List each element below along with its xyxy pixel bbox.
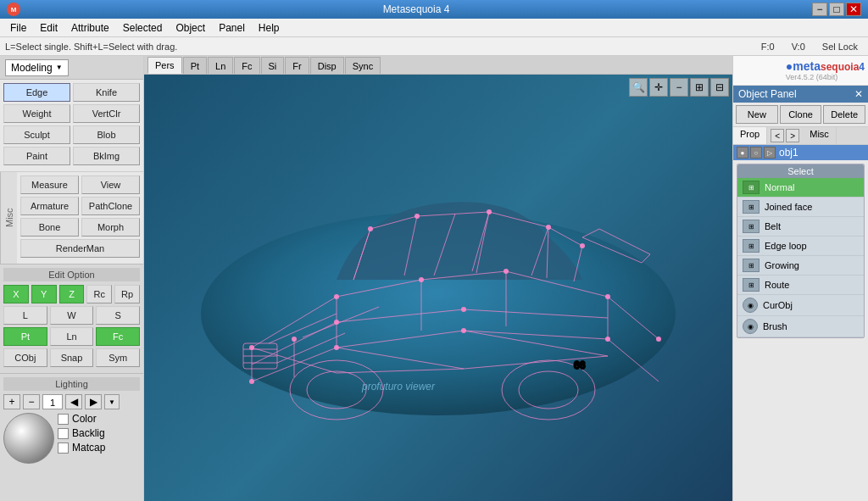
tool-x[interactable]: X [3,285,29,303]
nav-view2[interactable]: ⊟ [710,78,729,97]
obj-tab-misc[interactable]: Misc [803,127,837,144]
menu-object[interactable]: Object [169,20,212,36]
tab-fc[interactable]: Fc [234,57,259,74]
select-item-joined-face[interactable]: ⊞ Joined face [737,198,864,217]
tool-edge[interactable]: Edge [3,83,70,102]
tool-vertclr[interactable]: VertClr [73,104,140,123]
tool-weight[interactable]: Weight [3,104,70,123]
select-item-curobj[interactable]: ◉ CurObj [737,295,864,316]
tool-z[interactable]: Z [59,285,85,303]
light-backlig-checkbox[interactable] [58,428,69,439]
light-prev-btn[interactable]: ◀ [65,394,82,409]
obj-clone-button[interactable]: Clone [780,105,822,124]
nav-pan[interactable]: ✛ [649,78,668,97]
nav-view1[interactable]: ⊞ [690,78,709,97]
tool-rp[interactable]: Rp [114,285,140,303]
obj-new-button[interactable]: New [736,105,778,124]
object-panel-actions: New Clone Delete [733,103,868,127]
mode-label: Modeling [11,62,53,74]
tool-row-weight: Weight VertClr [3,104,140,123]
light-remove-btn[interactable]: − [23,394,40,409]
tool-cobj[interactable]: CObj [3,348,47,367]
menu-edit[interactable]: Edit [33,20,64,36]
tool-sculpt[interactable]: Sculpt [3,125,70,144]
tool-s[interactable]: S [96,306,140,325]
tab-disp[interactable]: Disp [310,57,344,74]
light-dropdown-btn[interactable]: ▼ [104,394,120,409]
logo: ●metasequoia4 Ver4.5.2 (64bit) [786,59,865,81]
tool-snap[interactable]: Snap [50,348,94,367]
tool-row-renderman: RenderMan [20,239,140,258]
tool-view[interactable]: View [81,175,140,194]
mode-dropdown[interactable]: Modeling ▼ [5,59,69,76]
tool-w[interactable]: W [50,306,94,325]
svg-point-57 [249,345,254,350]
light-matcap-checkbox[interactable] [58,443,69,454]
right-panel: ●metasequoia4 Ver4.5.2 (64bit) Object Pa… [732,56,868,501]
select-item-belt[interactable]: ⊞ Belt [737,217,864,237]
tool-renderman[interactable]: RenderMan [20,239,140,258]
tab-sync[interactable]: Sync [345,57,381,74]
tool-bone[interactable]: Bone [20,218,79,237]
select-item-brush[interactable]: ◉ Brush [737,316,864,337]
obj-nav-prev[interactable]: < [771,129,784,142]
tab-fr[interactable]: Fr [285,57,309,74]
light-add-btn[interactable]: + [3,394,20,409]
tool-rc[interactable]: Rc [86,285,112,303]
object-list-item[interactable]: ● ○ ▷ obj1 [733,145,868,160]
tool-armature[interactable]: Armature [20,197,79,215]
main-layout: Modeling ▼ Edge Knife Weight VertClr Scu… [0,56,868,501]
select-panel: Select ⊞ Normal ⊞ Joined face ⊞ Belt ⊞ E… [737,164,865,338]
select-curobj-label: CurObj [763,300,793,310]
viewport-canvas[interactable]: 66 profuturo viewer 🔍 ✛ − ⊞ ⊟ [144,75,732,501]
tool-bkimg[interactable]: BkImg [73,147,140,165]
tab-si[interactable]: Si [261,57,285,74]
tool-measure[interactable]: Measure [20,175,79,194]
close-button[interactable]: ✕ [846,3,861,16]
lighting-controls: + − 1 ◀ ▶ ▼ [3,394,140,409]
logo-area: ●metasequoia4 Ver4.5.2 (64bit) [733,56,868,86]
obj-delete-button[interactable]: Delete [823,105,865,124]
menu-help[interactable]: Help [252,20,287,36]
tool-pathclone[interactable]: PathClone [81,197,140,215]
tool-fc[interactable]: Fc [96,327,140,346]
tool-pt[interactable]: Pt [3,327,47,346]
tool-morph[interactable]: Morph [81,218,140,237]
tool-blob[interactable]: Blob [73,125,140,144]
tool-l[interactable]: L [3,306,47,325]
menu-attribute[interactable]: Attribute [64,20,116,36]
tool-row-paint: Paint BkImg [3,147,140,165]
nav-zoom-out[interactable]: − [670,78,688,97]
select-item-normal[interactable]: ⊞ Normal [737,178,864,198]
menu-panel[interactable]: Panel [212,20,252,36]
tool-knife[interactable]: Knife [73,83,140,102]
select-item-route[interactable]: ⊞ Route [737,276,864,295]
svg-point-61 [368,226,373,231]
tool-paint[interactable]: Paint [3,147,70,165]
select-item-edge-loop[interactable]: ⊞ Edge loop [737,237,864,256]
light-next-btn[interactable]: ▶ [85,394,102,409]
object-panel-close-button[interactable]: ✕ [854,88,863,100]
obj-visibility-icon[interactable]: ● [737,147,748,159]
viewport: Pers Pt Ln Fc Si Fr Disp Sync [144,56,732,501]
tool-y[interactable]: Y [31,285,57,303]
obj-tab-prop[interactable]: Prop [733,127,767,144]
tool-ln[interactable]: Ln [50,327,94,346]
obj-nav-next[interactable]: > [786,129,799,142]
minimize-button[interactable]: − [812,3,827,16]
menu-selected[interactable]: Selected [116,20,170,36]
light-color-checkbox[interactable] [58,414,69,425]
nav-zoom-in[interactable]: 🔍 [629,78,648,97]
light-number: 1 [42,394,63,409]
menu-file[interactable]: File [3,20,33,36]
select-item-growing[interactable]: ⊞ Growing [737,256,864,276]
tab-pt[interactable]: Pt [183,57,207,74]
maximize-button[interactable]: □ [829,3,844,16]
obj-lock-icon[interactable]: ○ [750,147,762,159]
tool-row-bone: Bone Morph [20,218,140,237]
tab-ln[interactable]: Ln [208,57,233,74]
svg-line-31 [642,254,650,263]
tool-sym[interactable]: Sym [96,348,140,367]
select-curobj-icon: ◉ [743,298,758,313]
tab-pers[interactable]: Pers [147,57,182,74]
